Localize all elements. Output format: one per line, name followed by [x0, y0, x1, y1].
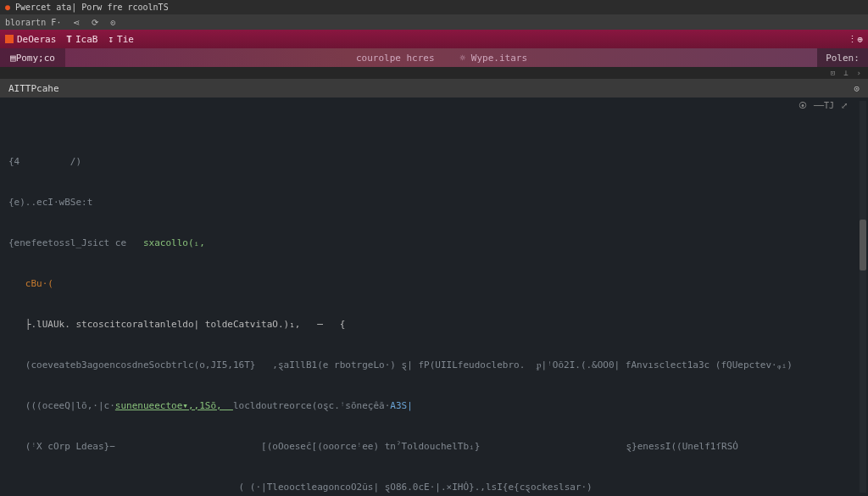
code-line: ( (·|TleooctleagoncoO2ũs| ȿO86.0cE·|.×IH… — [8, 481, 861, 494]
download-icon: ↧ — [108, 34, 114, 45]
refresh-icon[interactable]: ⟳ — [92, 18, 98, 27]
window-titlebar: ● Pwercet ata| Porw fre rcoolnTS — [0, 0, 868, 14]
code-line: {4 /) — [8, 155, 861, 169]
t-icon: T — [66, 34, 72, 45]
scrollbar[interactable] — [860, 101, 866, 493]
panel-icon-2[interactable]: ⊥ — [843, 69, 848, 77]
overflow-icon[interactable]: ⋮⊕ — [848, 34, 863, 45]
square-icon — [5, 35, 14, 43]
indicator-2: ──TJ — [814, 99, 834, 113]
menu-toolbar: blorartn F⋅ ⋖ ⟳ ⊙ — [0, 14, 868, 30]
action-tie[interactable]: ↧Tie — [108, 34, 134, 45]
code-line: cBu·( — [8, 277, 861, 291]
nav-back-icon[interactable]: ⋖ — [73, 18, 80, 27]
tab-bar: ▤ Pomy;co courolpe hcres ☼ Wype.itars Po… — [0, 48, 868, 67]
panel-icon-1[interactable]: ⊡ — [831, 69, 835, 77]
app-icon: ● — [5, 3, 10, 12]
editor-indicators: ⦿ ──TJ ⤢ — [798, 99, 848, 113]
code-line: (ꜝX cOrp Ldeas}− [(oOoeseĉ[(ooorceꜝee) t… — [8, 440, 861, 454]
breadcrumb-label: AITTPcahe — [8, 83, 59, 94]
tab-polen[interactable]: Polen: — [817, 48, 868, 67]
target-icon[interactable]: ⊙ — [110, 18, 115, 27]
code-line: (coeveateb3agoencosdneSocbtrlc(o,JI5,16T… — [8, 359, 861, 372]
action-toolbar: DeOeras TIcaB ↧Tie ⋮⊕ — [0, 30, 868, 48]
gear-icon[interactable]: ⊙ — [854, 83, 860, 94]
tab-center-1[interactable]: courolpe hcres — [356, 53, 435, 64]
scrollbar-thumb[interactable] — [860, 220, 866, 270]
tab-center-2[interactable]: ☼ Wype.itars — [460, 53, 527, 64]
subheader-controls: ⊡ ⊥ › — [0, 67, 868, 79]
code-line: {e)..ecI·wBSe:t — [8, 196, 861, 209]
breadcrumb-bar: AITTPcahe ⊙ — [0, 79, 868, 98]
tab-pomyco[interactable]: ▤ Pomy;co — [0, 48, 65, 67]
action-icab[interactable]: TIcaB — [66, 34, 97, 45]
window-title: Pwercet ata| Porw fre rcoolnTS — [15, 3, 169, 12]
code-editor[interactable]: ⦿ ──TJ ⤢ {4 /) {e)..ecI·wBSe:t {enefeeto… — [0, 98, 868, 496]
menu-item[interactable]: blorartn F⋅ — [5, 18, 61, 27]
expand-icon[interactable]: ⤢ — [841, 99, 848, 113]
doc-icon: ▤ — [10, 53, 16, 64]
action-deoeras[interactable]: DeOeras — [5, 34, 56, 45]
indicator-1: ⦿ — [798, 99, 807, 113]
panel-icon-3[interactable]: › — [857, 69, 861, 77]
